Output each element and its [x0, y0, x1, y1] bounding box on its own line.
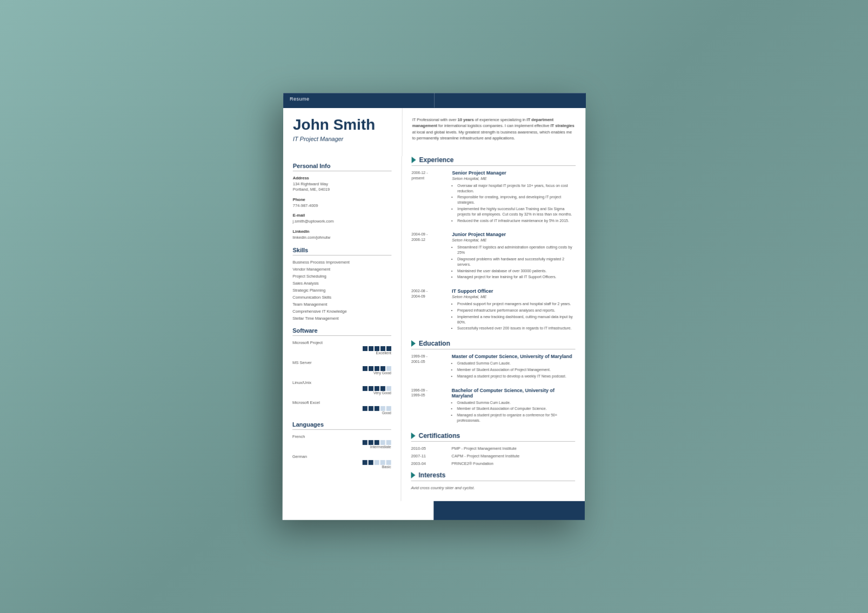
cert-entry-2: 2007-11 CAPM - Project Management Instit…: [411, 454, 576, 459]
edu-date: 1996-09 -1999-05: [411, 388, 446, 425]
exp-title: IT Support Officer: [452, 288, 576, 294]
list-item: Prepared infrastructure performance anal…: [457, 308, 576, 313]
dot-empty: [386, 406, 391, 411]
dot-filled: [375, 366, 379, 371]
dot-empty: [386, 386, 391, 391]
list-item: Responsible for creating, improving, and…: [457, 195, 576, 206]
dot-filled: [375, 406, 379, 411]
interests-section-header: Interests: [411, 471, 575, 481]
language-name: German: [292, 454, 391, 459]
list-item: Implemented the highly successful Loan T…: [457, 206, 576, 217]
software-name: Linux/Unix: [292, 380, 391, 385]
edu-degree: Bachelor of Computer Science, University…: [452, 388, 576, 399]
dot-filled: [380, 346, 385, 351]
resume-label: Resume: [283, 93, 316, 106]
cert-name: PMP - Project Management Institute: [451, 446, 575, 451]
exp-content: IT Support Officer Seton Hospital, ME Pr…: [452, 288, 576, 332]
dot-filled: [363, 406, 368, 411]
software-rating: Good: [292, 411, 391, 415]
exp-bullets: Provided support for project managers an…: [452, 301, 576, 331]
list-item: Member of Student Association of Compute…: [457, 406, 576, 412]
dot-filled: [380, 386, 385, 391]
job-title: IT Project Manager: [293, 136, 392, 142]
phone-value: 774-987-4009: [293, 203, 392, 208]
list-item: Managed a student project to organize a …: [457, 413, 576, 423]
language-item-french: French Intermediate: [292, 434, 391, 449]
dot-empty: [386, 366, 391, 371]
list-item: Successfully resolved over 200 issues in…: [457, 326, 576, 331]
language-bar-row: [292, 440, 391, 445]
dot-empty: [386, 440, 391, 445]
exp-bullets: Oversaw all major hospital IT projects f…: [452, 183, 576, 224]
language-item-german: German Basic: [292, 454, 391, 469]
exp-date: 2002-08 -2004-09: [411, 288, 446, 332]
dot-filled: [375, 346, 379, 351]
dot-empty: [380, 460, 385, 465]
list-item: Project Scheduling: [292, 274, 391, 279]
language-rating: Intermediate: [292, 445, 391, 449]
summary-area: IT Professional with over 10 years of ex…: [402, 108, 586, 156]
edu-degree: Master of Computer Science, University o…: [452, 354, 576, 359]
dot-filled: [375, 440, 379, 445]
list-item: Business Process Improvement: [292, 260, 391, 265]
dot-filled: [369, 406, 373, 411]
language-bar-row: [292, 460, 391, 465]
exp-date: 2006-12 -present: [411, 170, 446, 225]
software-bar-row: [292, 406, 391, 411]
list-item: Maintained the user database of over 300…: [457, 268, 576, 274]
education-entry-1: 1999-09 -2001-05 Master of Computer Scie…: [411, 354, 576, 380]
experience-title: Experience: [419, 156, 454, 164]
education-entry-2: 1996-09 -1999-05 Bachelor of Computer Sc…: [411, 388, 576, 425]
dot-filled: [369, 440, 373, 445]
edu-date: 1999-09 -2001-05: [411, 354, 446, 380]
exp-company: Seton Hospital, ME: [452, 176, 576, 181]
exp-content: Senior Project Manager Seton Hospital, M…: [452, 170, 576, 225]
list-item: Communication Skills: [292, 295, 391, 300]
interests-text: Avid cross country skier and cyclist.: [411, 486, 575, 490]
software-rating: Very Good: [292, 391, 391, 395]
name-area: John Smith IT Project Manager: [283, 108, 402, 156]
dot-empty: [386, 460, 391, 465]
cert-name: PRINCE2® Foundation: [451, 461, 575, 466]
main-content: Personal Info Address 134 Rightward Way …: [283, 156, 585, 501]
header-bar-row: Resume: [283, 93, 585, 108]
list-item: Reduced the costs of IT infrastructure m…: [457, 218, 576, 224]
education-section-header: Education: [411, 340, 576, 349]
candidate-name: John Smith: [293, 117, 392, 133]
list-item: Managed a student project to develop a w…: [457, 374, 576, 379]
address-line2: Portland, ME, 04019: [293, 187, 392, 193]
cert-entry-3: 2003-04 PRINCE2® Foundation: [411, 461, 576, 466]
software-item-ms-server: MS Server Very Good: [292, 360, 391, 375]
list-item: Graduated Summa Cum Laude.: [457, 400, 576, 406]
list-item: Stellar Time Management: [292, 316, 391, 321]
list-item: Provided support for project managers an…: [457, 301, 576, 307]
cert-date: 2010-05: [411, 446, 446, 451]
list-item: Sales Analysis: [292, 281, 391, 286]
certifications-section-header: Certifications: [411, 432, 576, 442]
experience-entry-2: 2004-09 -2006-12 Junior Project Manager …: [411, 232, 576, 281]
education-title: Education: [419, 340, 450, 347]
experience-entry-3: 2002-08 -2004-09 IT Support Officer Seto…: [411, 288, 576, 332]
list-item: Member of Student Association of Project…: [457, 367, 576, 373]
software-header: Software: [292, 327, 391, 336]
header-bar: Resume: [283, 93, 435, 108]
education-icon: [411, 340, 416, 347]
list-item: Vendor Management: [292, 267, 391, 272]
interests-icon: [411, 472, 415, 479]
dot-filled: [363, 346, 368, 351]
software-bar-row: [292, 346, 391, 351]
summary-text: IT Professional with over 10 years of ex…: [412, 117, 576, 141]
edu-bullets: Graduated Summa Cum Laude. Member of Stu…: [452, 361, 576, 379]
list-item: Implemented a new tracking dashboard, cu…: [457, 314, 576, 325]
skill-dots: [363, 406, 391, 411]
dot-empty: [375, 460, 379, 465]
software-name: Microsoft Project: [292, 340, 391, 345]
experience-entry-1: 2006-12 -present Senior Project Manager …: [411, 170, 576, 225]
dot-filled: [369, 460, 373, 465]
software-item-microsoft-project: Microsoft Project Excellent: [292, 340, 391, 355]
email-value: j.smith@uptowork.com: [293, 219, 392, 225]
interests-title: Interests: [418, 471, 445, 479]
skill-dots: [363, 346, 391, 351]
exp-company: Seton Hospital, ME: [452, 294, 576, 299]
exp-company: Seton Hospital, ME: [452, 238, 576, 243]
